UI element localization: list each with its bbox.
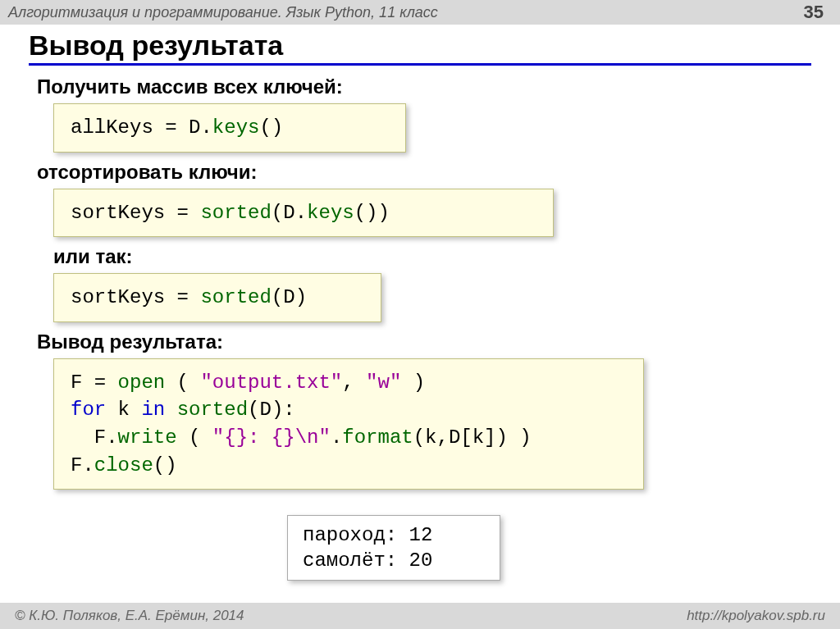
page-number: 35 [804, 2, 824, 23]
code-allkeys: allKeys = D.keys() [53, 103, 406, 153]
section-label-1: Получить массив всех ключей: [37, 75, 811, 98]
output-line-2: самолёт: 20 [303, 549, 432, 572]
or-label: или так: [53, 245, 811, 268]
code-main: F = open ( "output.txt", "w" ) for k in … [53, 358, 644, 490]
code-sortkeys1: sortKeys = sorted(D.keys()) [53, 189, 554, 238]
section-label-3: Вывод результата: [37, 330, 811, 353]
header-bar: Алгоритмизация и программирование. Язык … [0, 0, 840, 25]
output-box: пароход: 12 самолёт: 20 [287, 515, 500, 581]
code-sortkeys2: sortKeys = sorted(D) [53, 273, 381, 322]
footer-copyright: © К.Ю. Поляков, Е.А. Ерёмин, 2014 [15, 608, 244, 624]
output-line-1: пароход: 12 [303, 524, 432, 546]
footer-link[interactable]: http://kpolyakov.spb.ru [687, 608, 825, 624]
section-label-2: отсортировать ключи: [37, 161, 811, 184]
slide-title: Вывод результата [29, 30, 811, 66]
breadcrumb: Алгоритмизация и программирование. Язык … [8, 4, 438, 21]
slide-content: Вывод результата Получить массив всех кл… [0, 25, 840, 490]
footer-bar: © К.Ю. Поляков, Е.А. Ерёмин, 2014 http:/… [0, 603, 840, 629]
